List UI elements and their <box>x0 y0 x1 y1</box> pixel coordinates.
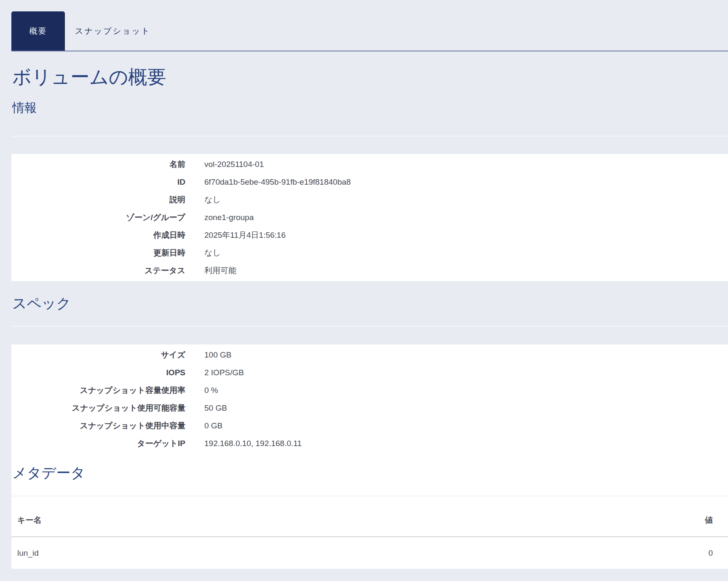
row-label: ステータス <box>11 266 185 275</box>
row-label: ID <box>11 178 185 186</box>
section-divider <box>11 326 728 327</box>
tab-overview-label: 概要 <box>29 26 47 37</box>
row-value: 50 GB <box>204 404 227 412</box>
row-label: ゾーン/グループ <box>11 213 185 222</box>
section-heading-info: 情報 <box>12 100 728 115</box>
row-label: スナップショット容量使用率 <box>11 386 185 395</box>
row-value: 2025年11月4日1:56:16 <box>204 231 286 239</box>
row-label: 説明 <box>11 196 185 204</box>
row-label: 作成日時 <box>11 231 185 239</box>
info-row-description: 説明 なし <box>11 191 728 209</box>
info-row-created-at: 作成日時 2025年11月4日1:56:16 <box>11 226 728 244</box>
row-value: vol-20251104-01 <box>204 160 264 169</box>
spec-row-target-ip: ターゲットIP 192.168.0.10, 192.168.0.11 <box>11 435 728 452</box>
section-heading-metadata: メタデータ <box>12 463 728 482</box>
row-value: なし <box>204 196 221 204</box>
info-row-zone-group: ゾーン/グループ zone1-groupa <box>11 209 728 226</box>
volume-detail-page: 概要 スナップショット ボリュームの概要 情報 名前 vol-20251104-… <box>0 11 728 581</box>
tab-bar: 概要 スナップショット <box>11 11 728 51</box>
row-value: 6f70da1b-5ebe-495b-91fb-e19f81840ba8 <box>204 178 351 186</box>
row-label: 更新日時 <box>11 249 185 257</box>
info-row-id: ID 6f70da1b-5ebe-495b-91fb-e19f81840ba8 <box>11 173 728 191</box>
row-label: スナップショット使用可能容量 <box>11 404 185 412</box>
row-value: 2 IOPS/GB <box>204 369 244 377</box>
metadata-value: 0 <box>708 549 713 557</box>
spec-row-snapshot-available: スナップショット使用可能容量 50 GB <box>11 399 728 417</box>
spec-and-metadata-panel: サイズ 100 GB IOPS 2 IOPS/GB スナップショット容量使用率 … <box>11 344 728 569</box>
spec-table: サイズ 100 GB IOPS 2 IOPS/GB スナップショット容量使用率 … <box>11 346 728 452</box>
info-row-status: ステータス 利用可能 <box>11 262 728 280</box>
row-value: 100 GB <box>204 351 231 359</box>
row-value: なし <box>204 249 221 257</box>
tab-snapshots[interactable]: スナップショット <box>65 11 161 51</box>
spec-row-snapshot-used: スナップショット使用中容量 0 GB <box>11 417 728 435</box>
tab-snapshots-label: スナップショット <box>75 26 151 37</box>
row-value: 0 GB <box>204 422 222 430</box>
section-divider <box>11 136 728 137</box>
info-table: 名前 vol-20251104-01 ID 6f70da1b-5ebe-495b… <box>11 154 728 281</box>
row-value: zone1-groupa <box>204 213 254 222</box>
section-heading-spec: スペック <box>12 294 728 312</box>
row-label: ターゲットIP <box>11 439 185 448</box>
row-label: IOPS <box>11 369 185 377</box>
row-label: 名前 <box>11 160 185 169</box>
spec-row-iops: IOPS 2 IOPS/GB <box>11 364 728 382</box>
row-label: サイズ <box>11 351 185 359</box>
metadata-table: キー名 値 lun_id 0 <box>11 496 728 569</box>
info-row-updated-at: 更新日時 なし <box>11 244 728 262</box>
metadata-table-header: キー名 値 <box>11 496 728 537</box>
metadata-row: lun_id 0 <box>11 537 728 569</box>
row-value: 0 % <box>204 386 218 395</box>
spec-row-snapshot-usage-rate: スナップショット容量使用率 0 % <box>11 382 728 399</box>
metadata-column-value: 値 <box>705 516 713 525</box>
row-value: 192.168.0.10, 192.168.0.11 <box>204 439 302 448</box>
info-row-name: 名前 vol-20251104-01 <box>11 156 728 173</box>
page-title: ボリュームの概要 <box>12 65 728 89</box>
status-value: 利用可能 <box>204 266 236 275</box>
row-label: スナップショット使用中容量 <box>11 422 185 430</box>
spec-row-size: サイズ 100 GB <box>11 346 728 364</box>
metadata-column-key: キー名 <box>17 516 41 525</box>
metadata-key: lun_id <box>17 549 39 557</box>
tab-overview[interactable]: 概要 <box>11 11 65 51</box>
